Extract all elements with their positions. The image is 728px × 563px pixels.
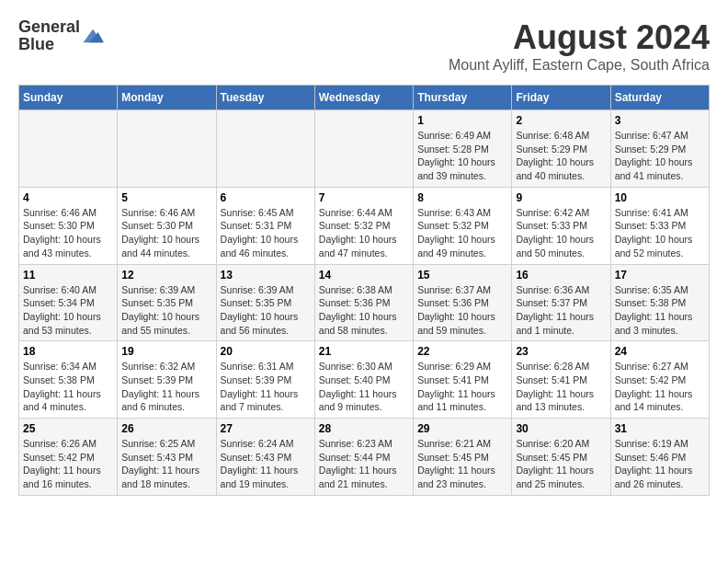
day-number: 2 [516,114,606,127]
title-section: August 2024 Mount Ayliff, Eastern Cape, … [449,18,710,74]
day-number: 24 [615,345,705,358]
calendar-cell: 16Sunrise: 6:36 AM Sunset: 5:37 PM Dayli… [512,264,610,341]
calendar-cell: 9Sunrise: 6:42 AM Sunset: 5:33 PM Daylig… [512,187,610,264]
day-number: 11 [23,269,113,282]
day-number: 30 [516,422,606,435]
cell-info: Sunrise: 6:36 AM Sunset: 5:37 PM Dayligh… [516,283,606,338]
calendar-cell: 3Sunrise: 6:47 AM Sunset: 5:29 PM Daylig… [610,110,709,188]
cell-info: Sunrise: 6:24 AM Sunset: 5:43 PM Dayligh… [221,437,311,491]
cell-info: Sunrise: 6:49 AM Sunset: 5:28 PM Dayligh… [417,129,507,183]
calendar-cell: 30Sunrise: 6:20 AM Sunset: 5:45 PM Dayli… [512,419,610,496]
cell-info: Sunrise: 6:37 AM Sunset: 5:36 PM Dayligh… [417,283,507,338]
calendar-cell: 7Sunrise: 6:44 AM Sunset: 5:32 PM Daylig… [314,187,413,264]
calendar-week-row: 4Sunrise: 6:46 AM Sunset: 5:30 PM Daylig… [19,187,710,264]
calendar-week-row: 1Sunrise: 6:49 AM Sunset: 5:28 PM Daylig… [19,110,710,188]
day-number: 9 [516,191,606,204]
cell-info: Sunrise: 6:39 AM Sunset: 5:35 PM Dayligh… [121,283,211,338]
calendar-cell: 26Sunrise: 6:25 AM Sunset: 5:43 PM Dayli… [118,419,216,496]
cell-info: Sunrise: 6:43 AM Sunset: 5:32 PM Dayligh… [417,206,507,260]
cell-info: Sunrise: 6:19 AM Sunset: 5:46 PM Dayligh… [615,437,705,491]
calendar-cell: 2Sunrise: 6:48 AM Sunset: 5:29 PM Daylig… [512,110,610,188]
logo: General Blue [18,18,104,53]
calendar-cell: 25Sunrise: 6:26 AM Sunset: 5:42 PM Dayli… [19,419,118,496]
calendar-cell: 10Sunrise: 6:41 AM Sunset: 5:33 PM Dayli… [610,187,709,264]
calendar-cell [216,110,314,188]
calendar-cell: 20Sunrise: 6:31 AM Sunset: 5:39 PM Dayli… [216,341,314,419]
main-title: August 2024 [449,18,710,57]
cell-info: Sunrise: 6:31 AM Sunset: 5:39 PM Dayligh… [221,360,311,414]
calendar-cell: 29Sunrise: 6:21 AM Sunset: 5:45 PM Dayli… [414,419,512,496]
calendar-cell: 8Sunrise: 6:43 AM Sunset: 5:32 PM Daylig… [414,187,512,264]
day-number: 6 [221,191,311,204]
calendar-cell: 15Sunrise: 6:37 AM Sunset: 5:36 PM Dayli… [414,264,512,341]
calendar-cell: 21Sunrise: 6:30 AM Sunset: 5:40 PM Dayli… [314,341,413,419]
calendar-cell [118,110,216,188]
day-number: 10 [615,191,705,204]
cell-info: Sunrise: 6:48 AM Sunset: 5:29 PM Dayligh… [516,129,606,183]
day-number: 16 [516,269,606,282]
day-number: 19 [121,345,211,358]
cell-info: Sunrise: 6:44 AM Sunset: 5:32 PM Dayligh… [319,206,409,260]
calendar-cell: 19Sunrise: 6:32 AM Sunset: 5:39 PM Dayli… [118,341,216,419]
calendar-cell: 27Sunrise: 6:24 AM Sunset: 5:43 PM Dayli… [216,419,314,496]
sub-title: Mount Ayliff, Eastern Cape, South Africa [449,57,710,74]
calendar-cell: 11Sunrise: 6:40 AM Sunset: 5:34 PM Dayli… [19,264,118,341]
day-number: 20 [221,345,311,358]
calendar-table: SundayMondayTuesdayWednesdayThursdayFrid… [18,85,710,496]
cell-info: Sunrise: 6:20 AM Sunset: 5:45 PM Dayligh… [516,437,606,491]
header-cell-tuesday: Tuesday [216,86,314,110]
day-number: 27 [221,422,311,435]
cell-info: Sunrise: 6:29 AM Sunset: 5:41 PM Dayligh… [417,360,507,414]
calendar-week-row: 25Sunrise: 6:26 AM Sunset: 5:42 PM Dayli… [19,419,710,496]
day-number: 3 [615,114,705,127]
header-cell-monday: Monday [118,86,216,110]
day-number: 12 [121,269,211,282]
day-number: 5 [121,191,211,204]
cell-info: Sunrise: 6:45 AM Sunset: 5:31 PM Dayligh… [221,206,311,260]
day-number: 28 [319,422,409,435]
day-number: 4 [23,191,113,204]
cell-info: Sunrise: 6:26 AM Sunset: 5:42 PM Dayligh… [23,437,113,491]
calendar-header-row: SundayMondayTuesdayWednesdayThursdayFrid… [19,86,710,110]
cell-info: Sunrise: 6:46 AM Sunset: 5:30 PM Dayligh… [121,206,211,260]
logo-icon [82,28,104,44]
logo-general: General [18,17,80,36]
calendar-week-row: 11Sunrise: 6:40 AM Sunset: 5:34 PM Dayli… [19,264,710,341]
cell-info: Sunrise: 6:38 AM Sunset: 5:36 PM Dayligh… [319,283,409,338]
cell-info: Sunrise: 6:42 AM Sunset: 5:33 PM Dayligh… [516,206,606,260]
calendar-cell: 18Sunrise: 6:34 AM Sunset: 5:38 PM Dayli… [19,341,118,419]
day-number: 1 [417,114,507,127]
day-number: 25 [23,422,113,435]
calendar-week-row: 18Sunrise: 6:34 AM Sunset: 5:38 PM Dayli… [19,341,710,419]
cell-info: Sunrise: 6:30 AM Sunset: 5:40 PM Dayligh… [319,360,409,414]
header-cell-thursday: Thursday [414,86,512,110]
cell-info: Sunrise: 6:41 AM Sunset: 5:33 PM Dayligh… [615,206,705,260]
calendar-cell [314,110,413,188]
day-number: 22 [417,345,507,358]
cell-info: Sunrise: 6:25 AM Sunset: 5:43 PM Dayligh… [121,437,211,491]
calendar-cell: 13Sunrise: 6:39 AM Sunset: 5:35 PM Dayli… [216,264,314,341]
day-number: 23 [516,345,606,358]
cell-info: Sunrise: 6:39 AM Sunset: 5:35 PM Dayligh… [221,283,311,338]
day-number: 31 [615,422,705,435]
day-number: 8 [417,191,507,204]
calendar-cell: 23Sunrise: 6:28 AM Sunset: 5:41 PM Dayli… [512,341,610,419]
calendar-cell: 17Sunrise: 6:35 AM Sunset: 5:38 PM Dayli… [610,264,709,341]
cell-info: Sunrise: 6:35 AM Sunset: 5:38 PM Dayligh… [615,283,705,338]
header-cell-saturday: Saturday [610,86,709,110]
day-number: 29 [417,422,507,435]
day-number: 15 [417,269,507,282]
cell-info: Sunrise: 6:47 AM Sunset: 5:29 PM Dayligh… [615,129,705,183]
header-cell-wednesday: Wednesday [314,86,413,110]
logo-blue: Blue [18,35,54,53]
calendar-cell: 12Sunrise: 6:39 AM Sunset: 5:35 PM Dayli… [118,264,216,341]
cell-info: Sunrise: 6:28 AM Sunset: 5:41 PM Dayligh… [516,360,606,414]
cell-info: Sunrise: 6:46 AM Sunset: 5:30 PM Dayligh… [23,206,113,260]
cell-info: Sunrise: 6:23 AM Sunset: 5:44 PM Dayligh… [319,437,409,491]
cell-info: Sunrise: 6:40 AM Sunset: 5:34 PM Dayligh… [23,283,113,338]
calendar-body: 1Sunrise: 6:49 AM Sunset: 5:28 PM Daylig… [19,110,710,496]
day-number: 26 [121,422,211,435]
day-number: 21 [319,345,409,358]
header-cell-sunday: Sunday [19,86,118,110]
day-number: 13 [221,269,311,282]
